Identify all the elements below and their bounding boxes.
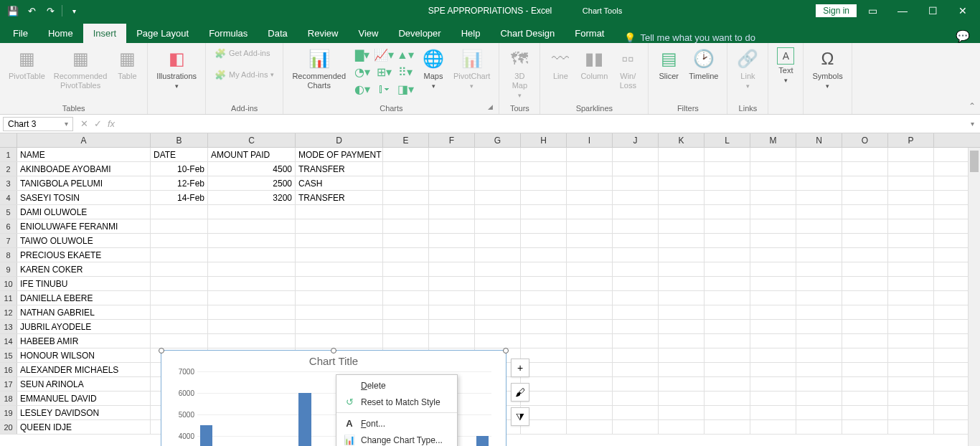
cell[interactable]: [151, 305, 208, 319]
cell[interactable]: [567, 148, 613, 161]
cell[interactable]: [842, 305, 888, 319]
row-header[interactable]: 9: [0, 262, 17, 276]
cell[interactable]: [429, 148, 475, 161]
col-header[interactable]: D: [296, 133, 383, 147]
cell[interactable]: [567, 234, 613, 247]
cell[interactable]: [842, 248, 888, 262]
row-header[interactable]: 12: [0, 305, 17, 319]
area-chart-icon[interactable]: ▲▾: [395, 47, 415, 62]
cell[interactable]: [705, 363, 750, 376]
cell[interactable]: [296, 291, 383, 305]
cell[interactable]: [750, 219, 796, 233]
cell[interactable]: [705, 234, 750, 247]
scatter-chart-icon[interactable]: ⠿▾: [395, 64, 415, 80]
cell[interactable]: [750, 363, 796, 376]
cell[interactable]: [521, 176, 567, 190]
name-box-dropdown-icon[interactable]: ▾: [65, 120, 68, 128]
cell[interactable]: SEUN ARINOLA: [17, 377, 151, 391]
cell[interactable]: [429, 234, 475, 247]
cell[interactable]: [521, 277, 567, 290]
cell[interactable]: [842, 234, 888, 247]
cell[interactable]: [796, 334, 842, 348]
cell[interactable]: [383, 334, 429, 348]
cell[interactable]: ALEXANDER MICHAELS: [17, 363, 151, 376]
cell[interactable]: [750, 377, 796, 391]
row-header[interactable]: 18: [0, 392, 17, 405]
cell[interactable]: 10-Feb: [151, 162, 208, 176]
cell[interactable]: [659, 262, 705, 276]
cell[interactable]: [429, 219, 475, 233]
cell[interactable]: [750, 262, 796, 276]
cell[interactable]: TRANSFER: [296, 191, 383, 204]
col-header[interactable]: J: [613, 133, 659, 147]
cell[interactable]: [705, 205, 750, 219]
cell[interactable]: [659, 348, 705, 362]
row-header[interactable]: 11: [0, 291, 17, 305]
row-header[interactable]: 3: [0, 176, 17, 190]
cell[interactable]: 4500: [208, 162, 296, 176]
cell[interactable]: DATE: [151, 148, 208, 161]
cell[interactable]: NAME: [17, 148, 151, 161]
cell[interactable]: [475, 219, 521, 233]
cell[interactable]: [151, 205, 208, 219]
cell[interactable]: [521, 205, 567, 219]
tab-view[interactable]: View: [348, 24, 388, 43]
cell[interactable]: [705, 277, 750, 290]
cell[interactable]: [567, 205, 613, 219]
pivottable-button[interactable]: ▦PivotTable: [6, 46, 48, 82]
my-addins-button[interactable]: 🧩My Add-ins ▾: [212, 67, 277, 82]
cell[interactable]: [521, 334, 567, 348]
cell[interactable]: [842, 392, 888, 405]
cell[interactable]: [705, 377, 750, 391]
cell[interactable]: [521, 305, 567, 319]
col-header[interactable]: B: [151, 133, 208, 147]
cell[interactable]: [842, 205, 888, 219]
col-header[interactable]: G: [475, 133, 521, 147]
cell[interactable]: [613, 234, 659, 247]
cell[interactable]: [383, 176, 429, 190]
cell[interactable]: TAIWO OLUWOLE: [17, 234, 151, 247]
cell[interactable]: [613, 162, 659, 176]
cell[interactable]: [475, 205, 521, 219]
cell[interactable]: JUBRIL AYODELE: [17, 320, 151, 333]
row-header[interactable]: 16: [0, 363, 17, 376]
worksheet-grid[interactable]: ABCDEFGHIJKLMNOP 1NAMEDATEAMOUNT PAIDMOD…: [0, 133, 980, 446]
close-icon[interactable]: ✕: [948, 0, 977, 22]
cell[interactable]: [429, 277, 475, 290]
cell[interactable]: [705, 262, 750, 276]
cell[interactable]: [659, 363, 705, 376]
enter-formula-icon[interactable]: ✓: [94, 118, 102, 129]
cell[interactable]: [475, 320, 521, 333]
cell[interactable]: [429, 248, 475, 262]
cell[interactable]: [475, 234, 521, 247]
cell[interactable]: [796, 148, 842, 161]
ribbon-display-icon[interactable]: ▭: [858, 0, 887, 22]
cell[interactable]: [659, 377, 705, 391]
cell[interactable]: IFE TINUBU: [17, 277, 151, 290]
row-header[interactable]: 4: [0, 191, 17, 204]
cell[interactable]: [613, 205, 659, 219]
cell[interactable]: [429, 262, 475, 276]
cell[interactable]: [842, 320, 888, 333]
cell[interactable]: [151, 334, 208, 348]
cell[interactable]: [796, 406, 842, 419]
cell[interactable]: [296, 277, 383, 290]
table-row[interactable]: 5DAMI OLUWOLE: [0, 205, 980, 219]
row-header[interactable]: 13: [0, 320, 17, 333]
cell[interactable]: [613, 363, 659, 376]
row-header[interactable]: 5: [0, 205, 17, 219]
cell[interactable]: [613, 176, 659, 190]
signin-button[interactable]: Sign in: [816, 4, 857, 17]
cell[interactable]: [567, 305, 613, 319]
table-row[interactable]: 6ENIOLUWAFE FERANMI: [0, 219, 980, 234]
cell[interactable]: [429, 176, 475, 190]
cell[interactable]: [567, 377, 613, 391]
cell[interactable]: [383, 305, 429, 319]
tab-page-layout[interactable]: Page Layout: [126, 24, 199, 43]
cell[interactable]: [659, 277, 705, 290]
cell[interactable]: [796, 291, 842, 305]
cell[interactable]: [705, 148, 750, 161]
cell[interactable]: [796, 277, 842, 290]
cell[interactable]: [296, 262, 383, 276]
cell[interactable]: [613, 305, 659, 319]
